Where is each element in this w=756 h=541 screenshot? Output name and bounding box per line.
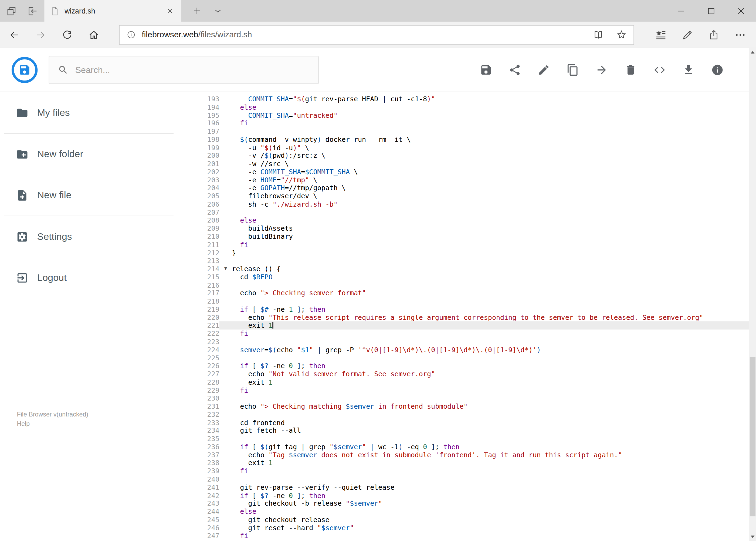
code-line[interactable]: 199 -u "$(id -u)" \ (195, 144, 749, 152)
browser-tab[interactable]: wizard.sh (44, 0, 181, 22)
code-line[interactable]: 207 (195, 208, 749, 216)
search-input[interactable] (74, 64, 318, 75)
info-button[interactable] (711, 64, 724, 76)
window-close-button[interactable] (726, 0, 756, 22)
reading-view-icon[interactable] (593, 29, 604, 40)
code-line[interactable]: 193 COMMIT_SHA="$(git rev-parse HEAD | c… (195, 95, 749, 103)
browser-share-icon[interactable] (701, 22, 727, 48)
site-info-icon[interactable] (126, 30, 136, 40)
code-line[interactable]: 197 (195, 128, 749, 136)
code-line[interactable]: 240 (195, 475, 749, 483)
window-minimize-button[interactable] (666, 0, 696, 22)
code-line[interactable]: 239 fi (195, 467, 749, 475)
code-line[interactable]: 234 git fetch --all (195, 427, 749, 435)
code-line[interactable]: 235 (195, 435, 749, 443)
sidebar-item-my-files[interactable]: My files (0, 92, 195, 133)
code-line[interactable]: 241 git rev-parse --verify --quiet relea… (195, 483, 749, 491)
tab-close-button[interactable] (164, 5, 175, 17)
web-note-pen-icon[interactable] (674, 22, 700, 48)
search-box[interactable] (49, 56, 319, 84)
code-line[interactable]: 236 if [ $(git tag | grep "$semver" | wc… (195, 443, 749, 451)
code-line[interactable]: 200 -v /$(pwd):/src:z \ (195, 152, 749, 160)
tab-preview-button[interactable] (6, 5, 17, 17)
code-line[interactable]: 205 filebrowser/dev \ (195, 192, 749, 200)
sidebar-item-logout[interactable]: Logout (0, 257, 195, 298)
code-line[interactable]: 210 buildBinary (195, 233, 749, 241)
share-button[interactable] (509, 64, 521, 76)
set-tabs-aside-button[interactable] (27, 5, 39, 17)
code-line[interactable]: 246 git reset --hard "$semver" (195, 524, 749, 532)
code-line[interactable]: 208 else (195, 216, 749, 225)
code-line[interactable]: 220 echo "This release script requires a… (195, 313, 749, 322)
forward-button[interactable] (28, 22, 54, 48)
code-line[interactable]: 214▾release () { (195, 265, 749, 273)
move-button[interactable] (596, 64, 608, 76)
code-line[interactable]: 204 -e GOPATH=//tmp/gopath \ (195, 184, 749, 192)
new-tab-button[interactable] (191, 5, 202, 17)
sidebar-item-settings[interactable]: Settings (0, 216, 195, 257)
code-line[interactable]: 228 exit 1 (195, 378, 749, 386)
delete-button[interactable] (624, 64, 637, 76)
copy-button[interactable] (567, 64, 579, 76)
code-line[interactable]: 221 exit 1 (195, 321, 749, 329)
url-text[interactable]: filebrowser.web/files/wizard.sh (142, 30, 593, 40)
code-line[interactable]: 198 $(command -v winpty) docker run --rm… (195, 136, 749, 144)
hub-favorites-icon[interactable] (647, 22, 674, 48)
address-bar[interactable]: filebrowser.web/files/wizard.sh (119, 25, 634, 45)
home-button[interactable] (81, 22, 107, 48)
code-line[interactable]: 194 else (195, 103, 749, 111)
code-line[interactable]: 237 echo "Tag $semver does not exist in … (195, 451, 749, 459)
code-view-button[interactable] (653, 64, 666, 76)
code-line[interactable]: 201 -w //src \ (195, 160, 749, 168)
code-line[interactable]: 242 if [ $? -ne 0 ]; then (195, 491, 749, 499)
scroll-down-arrow-icon[interactable] (749, 533, 756, 541)
code-line[interactable]: 218 (195, 297, 749, 305)
code-line[interactable]: 230 (195, 394, 749, 402)
code-line[interactable]: 247 fi (195, 532, 749, 540)
code-line[interactable]: 209 buildAssets (195, 225, 749, 233)
code-line[interactable]: 238 exit 1 (195, 459, 749, 467)
code-line[interactable]: 202 -e COMMIT_SHA=$COMMIT_SHA \ (195, 168, 749, 176)
code-line[interactable]: 196 fi (195, 119, 749, 128)
code-line[interactable]: 206 sh -c "./wizard.sh -b" (195, 200, 749, 208)
code-line[interactable]: 211 fi (195, 241, 749, 249)
rename-button[interactable] (538, 64, 550, 76)
sidebar-item-new-file[interactable]: New file (0, 175, 195, 216)
code-line[interactable]: 227 echo "Not valid semver format. See s… (195, 370, 749, 378)
download-button[interactable] (682, 64, 695, 76)
code-line[interactable]: 229 fi (195, 386, 749, 394)
code-line[interactable]: 223 (195, 337, 749, 346)
code-line[interactable]: 232 (195, 410, 749, 419)
code-line[interactable]: 224 semver=$(echo "$1" | grep -P '^v(0|[… (195, 346, 749, 354)
help-link[interactable]: Help (17, 419, 89, 429)
fold-arrow-icon[interactable]: ▾ (219, 265, 232, 273)
tab-list-chevron-icon[interactable] (212, 5, 224, 17)
code-line[interactable]: 231 echo "> Checking matching $semver in… (195, 402, 749, 410)
back-button[interactable] (1, 22, 28, 48)
code-line[interactable]: 226 if [ $? -ne 0 ]; then (195, 362, 749, 370)
code-line[interactable]: 216 (195, 281, 749, 289)
code-line[interactable]: 213 (195, 257, 749, 265)
code-line[interactable]: 219 if [ $# -ne 1 ]; then (195, 305, 749, 313)
save-button[interactable] (480, 64, 492, 76)
code-line[interactable]: 217 echo "> Checking semver format" (195, 289, 749, 297)
favorite-star-icon[interactable] (616, 29, 627, 40)
scroll-up-arrow-icon[interactable] (749, 48, 756, 56)
vertical-scrollbar[interactable] (749, 48, 756, 541)
code-line[interactable]: 225 (195, 354, 749, 362)
code-line[interactable]: 222 fi (195, 329, 749, 337)
refresh-button[interactable] (54, 22, 81, 48)
code-line[interactable]: 215 cd $REPO (195, 273, 749, 281)
code-line[interactable]: 243 git checkout -b release "$semver" (195, 499, 749, 507)
browser-more-icon[interactable] (727, 22, 754, 48)
window-maximize-button[interactable] (696, 0, 726, 22)
code-line[interactable]: 212} (195, 249, 749, 257)
code-line[interactable]: 245 git checkout release (195, 516, 749, 524)
code-line[interactable]: 203 -e HOME="//tmp" \ (195, 176, 749, 184)
code-line[interactable]: 233 cd frontend (195, 419, 749, 427)
code-editor[interactable]: 193 COMMIT_SHA="$(git rev-parse HEAD | c… (195, 92, 749, 541)
sidebar-item-new-folder[interactable]: New folder (0, 134, 195, 175)
scrollbar-thumb[interactable] (750, 357, 755, 516)
code-line[interactable]: 244 else (195, 507, 749, 516)
code-line[interactable]: 195 COMMIT_SHA="untracked" (195, 111, 749, 119)
